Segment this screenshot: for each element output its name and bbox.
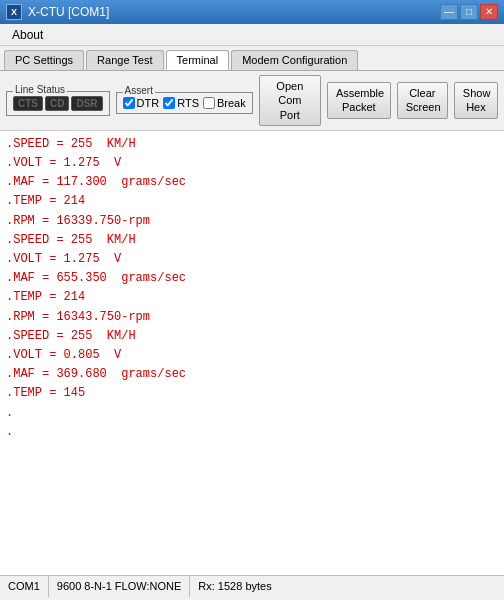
terminal-line: . <box>6 404 500 423</box>
show-hex-button[interactable]: Show Hex <box>454 82 498 119</box>
terminal-line: .TEMP = 214 <box>6 192 500 211</box>
tab-terminal[interactable]: Terminal <box>166 50 230 70</box>
status-bytes: Rx: 1528 bytes <box>190 576 504 597</box>
content-wrapper: .SPEED = 255 KM/H.VOLT = 1.275 V.MAF = 1… <box>0 131 504 575</box>
status-bar: COM1 9600 8-N-1 FLOW:NONE Rx: 1528 bytes <box>0 575 504 597</box>
tab-pc-settings[interactable]: PC Settings <box>4 50 84 70</box>
break-check-row: Break <box>203 97 246 109</box>
minimize-button[interactable]: — <box>440 4 458 20</box>
tabs-container: PC Settings Range Test Terminal Modem Co… <box>0 46 504 71</box>
assert-content: DTR RTS Break <box>123 97 246 109</box>
title-bar: X X-CTU [COM1] — □ ✕ <box>0 0 504 24</box>
line-status-group: Line Status CTS CD DSR <box>6 91 110 116</box>
led-group: CTS CD DSR <box>13 96 103 111</box>
maximize-button[interactable]: □ <box>460 4 478 20</box>
assert-legend: Assert <box>123 85 155 96</box>
terminal-line: .RPM = 16343.750-rpm <box>6 308 500 327</box>
terminal-line: .VOLT = 1.275 V <box>6 250 500 269</box>
led-dsr: DSR <box>71 96 102 111</box>
led-cts: CTS <box>13 96 43 111</box>
tab-modem-configuration[interactable]: Modem Configuration <box>231 50 358 70</box>
terminal-line: .MAF = 369.680 grams/sec <box>6 365 500 384</box>
line-status-content: CTS CD DSR <box>13 96 103 111</box>
rts-label: RTS <box>177 97 199 109</box>
terminal-line: .TEMP = 145 <box>6 384 500 403</box>
terminal-line: . <box>6 423 500 442</box>
toolbar: Line Status CTS CD DSR Assert DTR RTS Br… <box>0 71 504 131</box>
terminal-output[interactable]: .SPEED = 255 KM/H.VOLT = 1.275 V.MAF = 1… <box>0 131 504 575</box>
led-cd: CD <box>45 96 69 111</box>
menu-about[interactable]: About <box>4 26 51 44</box>
break-label: Break <box>217 97 246 109</box>
dtr-label: DTR <box>137 97 160 109</box>
clear-screen-button[interactable]: Clear Screen <box>397 82 448 119</box>
tab-range-test[interactable]: Range Test <box>86 50 163 70</box>
rts-checkbox[interactable] <box>163 97 175 109</box>
status-port: COM1 <box>0 576 49 597</box>
tabs: PC Settings Range Test Terminal Modem Co… <box>4 50 500 70</box>
line-status-legend: Line Status <box>13 84 67 95</box>
terminal-line: .SPEED = 255 KM/H <box>6 135 500 154</box>
dtr-checkbox[interactable] <box>123 97 135 109</box>
assert-group: Assert DTR RTS Break <box>116 92 253 114</box>
title-bar-text: X-CTU [COM1] <box>28 5 440 19</box>
rts-check-row: RTS <box>163 97 199 109</box>
break-checkbox[interactable] <box>203 97 215 109</box>
assemble-packet-button[interactable]: Assemble Packet <box>327 82 391 119</box>
terminal-line: .TEMP = 214 <box>6 288 500 307</box>
terminal-line: .MAF = 655.350 grams/sec <box>6 269 500 288</box>
terminal-line: .SPEED = 255 KM/H <box>6 231 500 250</box>
open-com-port-button[interactable]: Open Com Port <box>259 75 321 126</box>
app-icon: X <box>6 4 22 20</box>
terminal-line: .VOLT = 1.275 V <box>6 154 500 173</box>
status-settings: 9600 8-N-1 FLOW:NONE <box>49 576 191 597</box>
terminal-line: .MAF = 117.300 grams/sec <box>6 173 500 192</box>
terminal-line: .VOLT = 0.805 V <box>6 346 500 365</box>
close-button[interactable]: ✕ <box>480 4 498 20</box>
dtr-check-row: DTR <box>123 97 160 109</box>
terminal-line: .RPM = 16339.750-rpm <box>6 212 500 231</box>
terminal-line: .SPEED = 255 KM/H <box>6 327 500 346</box>
title-bar-controls: — □ ✕ <box>440 4 498 20</box>
menu-bar: About <box>0 24 504 46</box>
